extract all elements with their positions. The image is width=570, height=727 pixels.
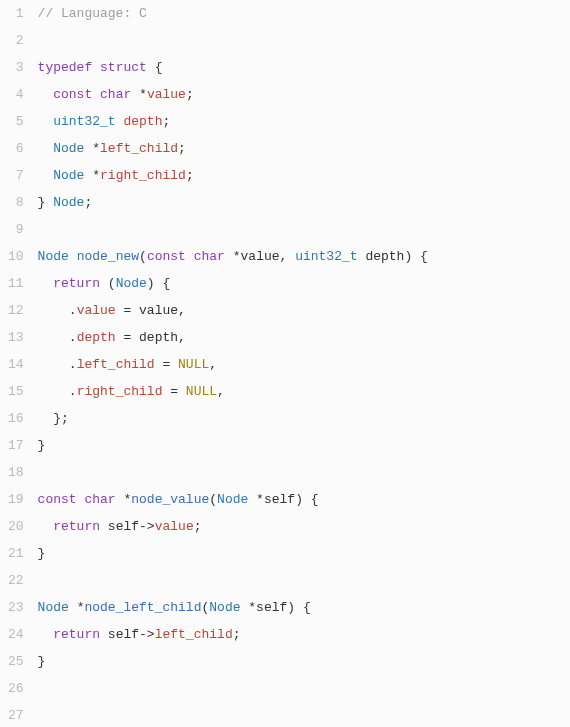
op-token: = (162, 384, 185, 399)
line-number: 13 (8, 324, 24, 351)
keyword-token: char (194, 249, 225, 264)
keyword-token: char (84, 492, 115, 507)
type-token: uint32_t (53, 114, 115, 129)
code-line: typedef struct { (38, 54, 560, 81)
code-line (38, 459, 560, 486)
line-number: 26 (8, 675, 24, 702)
type-token: Node (38, 600, 69, 615)
line-number: 2 (8, 27, 24, 54)
indent (38, 519, 54, 534)
const-token: NULL (178, 357, 209, 372)
line-number: 8 (8, 189, 24, 216)
code-line: } (38, 540, 560, 567)
type-token: Node (53, 168, 84, 183)
indent (38, 114, 54, 129)
line-number: 3 (8, 54, 24, 81)
field-token: right_child (77, 384, 163, 399)
keyword-token: char (100, 87, 131, 102)
ident-token: self (108, 627, 139, 642)
punct-token: , (178, 303, 186, 318)
code-content[interactable]: // Language: C typedef struct { const ch… (38, 0, 570, 727)
code-line (38, 216, 560, 243)
line-number: 16 (8, 405, 24, 432)
indent (38, 627, 54, 642)
punct-token: ) { (295, 492, 318, 507)
punct-token: } (38, 654, 46, 669)
field-token: depth (77, 330, 116, 345)
function-token: node_new (77, 249, 139, 264)
punct-token: * (69, 600, 85, 615)
punct-token: ( (139, 249, 147, 264)
code-line: return self->left_child; (38, 621, 560, 648)
ident-token: depth (365, 249, 404, 264)
space (92, 87, 100, 102)
punct-token: ) { (147, 276, 170, 291)
line-number: 21 (8, 540, 24, 567)
code-line: uint32_t depth; (38, 108, 560, 135)
indent (38, 87, 54, 102)
punct-token: * (84, 141, 100, 156)
punct-token: ; (162, 114, 170, 129)
line-number: 14 (8, 351, 24, 378)
comment-token: // Language: C (38, 6, 147, 21)
keyword-token: return (53, 519, 100, 534)
line-number: 1 (8, 0, 24, 27)
function-token: node_left_child (84, 600, 201, 615)
line-number: 5 (8, 108, 24, 135)
ident-token: self (256, 600, 287, 615)
punct-token: * (248, 492, 264, 507)
punct-token: } (38, 546, 46, 561)
punct-token: . (38, 357, 77, 372)
line-number: 18 (8, 459, 24, 486)
code-line: const char *value; (38, 81, 560, 108)
space (186, 249, 194, 264)
keyword-token: return (53, 627, 100, 642)
keyword-token: const (147, 249, 186, 264)
field-token: right_child (100, 168, 186, 183)
punct-token: ) { (287, 600, 310, 615)
type-token: Node (116, 276, 147, 291)
ident-token: depth (139, 330, 178, 345)
punct-token: ; (186, 168, 194, 183)
punct-token: * (225, 249, 241, 264)
code-line: .value = value, (38, 297, 560, 324)
punct-token: , (217, 384, 225, 399)
field-token: left_child (77, 357, 155, 372)
punct-token: * (84, 168, 100, 183)
op-token: = (116, 330, 139, 345)
code-line: .right_child = NULL, (38, 378, 560, 405)
punct-token: } (38, 438, 46, 453)
code-line: Node *node_left_child(Node *self) { (38, 594, 560, 621)
space (100, 627, 108, 642)
indent (38, 168, 54, 183)
punct-token: }; (38, 411, 69, 426)
field-token: left_child (100, 141, 178, 156)
punct-token: ) { (404, 249, 427, 264)
line-number: 11 (8, 270, 24, 297)
code-line: } (38, 648, 560, 675)
code-line: Node *right_child; (38, 162, 560, 189)
code-line: } (38, 432, 560, 459)
code-line: return self->value; (38, 513, 560, 540)
code-line: } Node; (38, 189, 560, 216)
punct-token: * (131, 87, 147, 102)
code-line: const char *node_value(Node *self) { (38, 486, 560, 513)
punct-token: . (38, 330, 77, 345)
line-number: 27 (8, 702, 24, 727)
function-token: node_value (131, 492, 209, 507)
line-number: 23 (8, 594, 24, 621)
field-token: value (155, 519, 194, 534)
field-token: value (147, 87, 186, 102)
type-token: Node (217, 492, 248, 507)
line-number: 19 (8, 486, 24, 513)
line-number: 12 (8, 297, 24, 324)
punct-token: , (178, 330, 186, 345)
punct-token: . (38, 303, 77, 318)
line-number: 24 (8, 621, 24, 648)
code-line: Node *left_child; (38, 135, 560, 162)
line-number: 9 (8, 216, 24, 243)
code-line (38, 567, 560, 594)
code-line: Node node_new(const char *value, uint32_… (38, 243, 560, 270)
op-token: -> (139, 627, 155, 642)
keyword-token: struct (100, 60, 147, 75)
